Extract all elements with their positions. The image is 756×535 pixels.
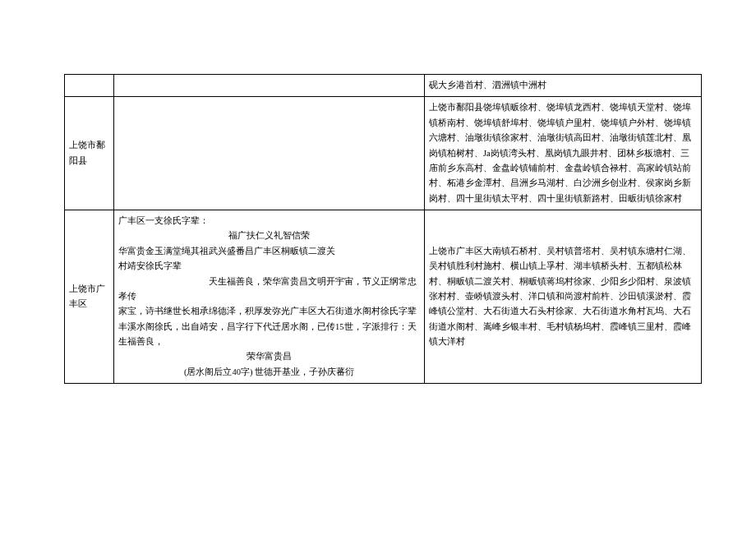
villages-cell: 砚大乡港首村、泗洲镇中洲村 <box>425 75 702 97</box>
lineage-cell: 广丰区一支徐氏字辈：福广扶仁义礼智信荣华富贵金玉满堂绳其祖武兴盛番昌广丰区桐畈镇… <box>114 210 425 384</box>
region-cell: 上饶市广丰区 <box>65 210 114 384</box>
document-table-container: 砚大乡港首村、泗洲镇中洲村上饶市鄱阳县上饶市鄱阳县饶埠镇畈徐村、饶埠镇龙西村、饶… <box>64 74 701 384</box>
lineage-cell <box>114 75 425 97</box>
table-row: 砚大乡港首村、泗洲镇中洲村 <box>65 75 702 97</box>
region-cell <box>65 75 114 97</box>
lineage-cell <box>114 97 425 210</box>
table-row: 上饶市鄱阳县上饶市鄱阳县饶埠镇畈徐村、饶埠镇龙西村、饶埠镇天堂村、饶埠镇桥南村、… <box>65 97 702 210</box>
genealogy-table: 砚大乡港首村、泗洲镇中洲村上饶市鄱阳县上饶市鄱阳县饶埠镇畈徐村、饶埠镇龙西村、饶… <box>64 74 702 384</box>
villages-cell: 上饶市广丰区大南镇石桥村、吴村镇普塔村、吴村镇东塘村仁湖、吴村镇胜利村施村、横山… <box>425 210 702 384</box>
table-row: 上饶市广丰区广丰区一支徐氏字辈：福广扶仁义礼智信荣华富贵金玉满堂绳其祖武兴盛番昌… <box>65 210 702 384</box>
villages-cell: 上饶市鄱阳县饶埠镇畈徐村、饶埠镇龙西村、饶埠镇天堂村、饶埠镇桥南村、饶埠镇舒埠村… <box>425 97 702 210</box>
region-cell: 上饶市鄱阳县 <box>65 97 114 210</box>
